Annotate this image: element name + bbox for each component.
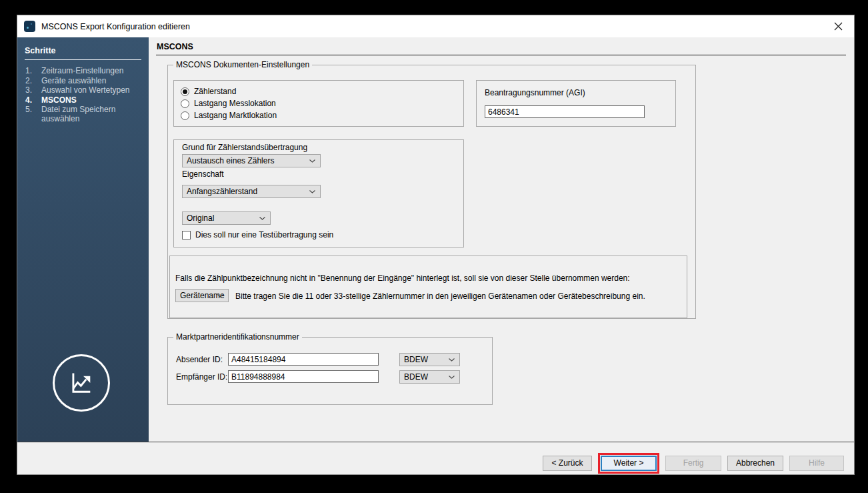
melo-panel: Falls die Zählpunktbezeichnung nicht in … [169, 256, 687, 318]
main-content: MSCONS MSCONS Dokumenten-Einstellungen Z… [149, 37, 854, 442]
page-title: MSCONS [157, 42, 193, 51]
agi-input[interactable] [485, 105, 645, 118]
back-button[interactable]: < Zurück [543, 456, 592, 471]
receiver-id-label: Empfänger ID: [176, 372, 227, 382]
chevron-down-icon [449, 376, 455, 379]
receiver-code-select[interactable]: BDEW [399, 370, 460, 384]
radio-zaehlerstand[interactable]: Zählerstand [181, 87, 457, 96]
help-button[interactable]: Hilfe [789, 456, 844, 471]
version-select[interactable]: Original [182, 211, 271, 225]
market-partner-legend: Marktpartneridentifikationsnummer [173, 332, 302, 342]
reason-label: Grund für Zählerstandsübertragung [182, 143, 307, 152]
app-icon [24, 21, 35, 32]
receiver-id-input[interactable] [228, 370, 379, 383]
radio-button-icon[interactable] [181, 99, 189, 108]
property-label: Eigenschaft [182, 169, 224, 179]
checkbox-icon[interactable] [182, 231, 191, 239]
steps-heading: Schritte [25, 46, 141, 60]
agi-panel: Beantragungsnummer (AGI) [476, 80, 676, 127]
chevron-down-icon [259, 217, 265, 220]
steps-sidebar: Schritte 1. Zeitraum-Einstellungen 2. Ge… [17, 37, 149, 442]
heading-rule [156, 55, 846, 55]
radio-lastgang-messlokation[interactable]: Lastgang Messlokation [181, 99, 457, 108]
close-button[interactable] [829, 19, 847, 35]
wizard-button-bar: < Zurück Weiter > Fertig Abbrechen Hilfe [17, 442, 854, 474]
highlight-annotation: Weiter > [598, 453, 659, 474]
dialog-window: MSCONS Export Konfiguration editieren Sc… [17, 15, 855, 475]
sender-code-select[interactable]: BDEW [399, 353, 460, 366]
step-item-4-current: 4. MSCONS [17, 96, 149, 106]
market-partner-groupbox: Marktpartneridentifikationsnummer Absend… [167, 337, 493, 405]
doc-settings-legend: MSCONS Dokumenten-Einstellungen [173, 60, 312, 69]
melo-hint: Bitte tragen Sie die 11 oder 33-stellige… [235, 292, 645, 301]
property-select[interactable]: Anfangszählerstand [182, 185, 321, 198]
chevron-down-icon [217, 294, 223, 298]
app-logo [53, 354, 110, 412]
doc-settings-groupbox: MSCONS Dokumenten-Einstellungen Zählerst… [167, 65, 696, 319]
window-title: MSCONS Export Konfiguration editieren [41, 22, 190, 31]
steps-list: 1. Zeitraum-Einstellungen 2. Geräte ausw… [17, 67, 149, 124]
step-item-5: 5. Datei zum Speichern auswählen [17, 105, 149, 124]
melo-text: Falls die Zählpunktbezeichnung nicht in … [175, 274, 630, 283]
sender-id-label: Absender ID: [176, 355, 223, 364]
reason-panel: Grund für Zählerstandsübertragung Austau… [173, 139, 464, 248]
radio-button-icon[interactable] [181, 87, 189, 96]
agi-label: Beantragungsnummer (AGI) [485, 88, 585, 97]
finish-button[interactable]: Fertig [665, 456, 721, 471]
close-icon [834, 22, 843, 31]
step-item-1: 1. Zeitraum-Einstellungen [17, 67, 149, 77]
test-transfer-checkbox-row[interactable]: Dies soll nur eine Testübertragung sein [182, 230, 333, 239]
chevron-down-icon [309, 159, 315, 163]
chevron-down-icon [449, 358, 455, 362]
reason-select[interactable]: Austausch eines Zählers [182, 154, 321, 167]
radio-lastgang-marktlokation[interactable]: Lastgang Marktlokation [181, 111, 457, 120]
next-button[interactable]: Weiter > [601, 456, 657, 471]
cancel-button[interactable]: Abbrechen [727, 456, 783, 471]
trend-chart-icon [66, 368, 97, 398]
melo-source-select[interactable]: Gerätename [175, 289, 229, 302]
radio-button-icon[interactable] [181, 111, 189, 120]
step-item-2: 2. Geräte auswählen [17, 77, 149, 87]
export-type-panel: Zählerstand Lastgang Messlokation Lastga… [173, 80, 464, 127]
sender-id-input[interactable] [228, 353, 379, 366]
step-item-3: 3. Auswahl von Wertetypen [17, 86, 149, 96]
chevron-down-icon [309, 190, 315, 193]
title-bar: MSCONS Export Konfiguration editieren [17, 15, 854, 37]
